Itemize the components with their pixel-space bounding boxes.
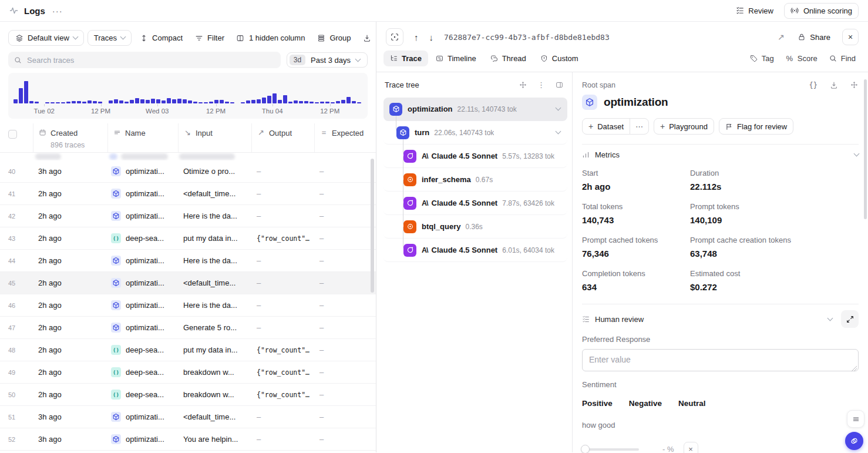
human-review-section: Human review Preferred Response Sentimen… <box>582 304 859 453</box>
function-icon: () <box>111 233 121 243</box>
mode-selector[interactable]: Traces <box>88 30 132 46</box>
tag-button[interactable]: Tag <box>745 51 779 66</box>
tab-custom[interactable]: Custom <box>534 51 585 66</box>
next-trace-button[interactable]: ↓ <box>429 32 434 42</box>
download-icon[interactable] <box>829 80 838 89</box>
span-name: optimization <box>408 105 453 113</box>
trace-tree-node[interactable]: optimization22.11s, 140743 tok <box>383 98 567 121</box>
compact-button[interactable]: Compact <box>135 31 187 45</box>
export-button[interactable] <box>359 31 376 45</box>
name-text: optimizati... <box>126 323 164 332</box>
column-header-expected[interactable]: = Expected <box>314 123 376 152</box>
column-header-created[interactable]: Created 896 traces <box>33 123 107 152</box>
table-scrollbar[interactable] <box>371 159 374 293</box>
tab-thread[interactable]: Thread <box>484 51 533 66</box>
trace-tree-node[interactable]: A\Claude 4.5 Sonnet7.87s, 63426 tok <box>383 192 567 215</box>
table-row[interactable]: 452h agooptimizati...<default_time...–– <box>0 272 376 294</box>
name-cell: optimizati... <box>107 300 178 310</box>
name-text: optimizati... <box>126 212 164 220</box>
row-number: 45 <box>0 280 33 287</box>
trace-tree-node[interactable]: A\Claude 4.5 Sonnet6.01s, 64034 tok <box>383 239 567 262</box>
column-header-name[interactable]: Name <box>107 123 178 152</box>
search-input[interactable] <box>27 56 275 65</box>
top-bar: Logs ··· Review Online scoring <box>0 0 868 22</box>
select-all-checkbox[interactable] <box>8 130 17 139</box>
histogram-bar <box>331 102 335 103</box>
add-to-playground-button[interactable]: + Playground <box>654 118 714 135</box>
table-row[interactable]: 482h ago()deep-sea...put my data in...{"… <box>0 339 376 361</box>
table-row[interactable]: 472h agooptimizati...Generate 5 ro...–– <box>0 317 376 339</box>
table-row[interactable]: 502h ago()deep-sea...breakdown w...{"row… <box>0 384 376 406</box>
prev-trace-button[interactable]: ↑ <box>414 32 419 42</box>
name-text: optimizati... <box>126 435 164 444</box>
collapse-metrics-chevron[interactable] <box>854 151 860 157</box>
anthropic-logo-icon: A\ <box>422 246 428 254</box>
json-view-icon[interactable]: {} <box>809 81 817 89</box>
hidden-column-button[interactable]: 1 hidden column <box>232 31 309 45</box>
table-row[interactable]: 432h ago()deep-sea...put my data in...{"… <box>0 227 376 250</box>
column-header-input[interactable]: ↘ Input <box>178 123 251 152</box>
table-row[interactable]: 513h agooptimizati...<default_time...–– <box>0 406 376 428</box>
dataset-more-button[interactable]: ⋯ <box>630 119 648 134</box>
preferred-response-input[interactable] <box>582 349 859 371</box>
focus-span-button[interactable] <box>386 28 403 46</box>
collapse-review-chevron[interactable] <box>827 315 833 321</box>
close-button[interactable]: × <box>842 29 859 45</box>
chevron-down-icon[interactable] <box>556 105 561 111</box>
resize-grip[interactable] <box>852 366 857 371</box>
trace-histogram[interactable]: Tue 0212 PMWed 0312 PMThu 0412 PM <box>8 73 368 119</box>
view-selector[interactable]: Default view <box>8 30 84 46</box>
table-row[interactable]: 442h agooptimizati...Here is the da...–– <box>0 250 376 272</box>
assistant-button[interactable] <box>845 432 863 450</box>
open-external-icon[interactable]: ↗ <box>776 33 785 42</box>
axis-tick <box>44 104 45 106</box>
row-number: 42 <box>0 213 33 220</box>
table-row[interactable]: 523h agooptimizati...You are helpin...–– <box>0 428 376 451</box>
kebab-menu-icon[interactable]: ⋮ <box>537 80 546 89</box>
group-button[interactable]: Group <box>312 31 355 45</box>
share-button[interactable]: Share <box>791 30 836 45</box>
histogram-bar <box>29 101 33 103</box>
input-cell: put my data in... <box>178 234 251 243</box>
more-menu-button[interactable]: ··· <box>52 6 63 16</box>
floating-menu-button[interactable] <box>847 410 864 428</box>
slider-thumb[interactable] <box>581 445 590 453</box>
sentiment-positive-button[interactable]: Positive <box>582 399 613 408</box>
trace-tree-node[interactable]: infer_schema0.67s <box>383 168 567 192</box>
filter-button[interactable]: Filter <box>190 31 228 45</box>
chevron-down-icon <box>72 34 78 40</box>
date-range-selector[interactable]: 3d Past 3 days <box>287 52 368 68</box>
chevron-down-icon[interactable] <box>556 129 561 135</box>
move-icon[interactable] <box>850 80 859 89</box>
find-button[interactable]: Find <box>824 51 861 66</box>
tab-trace[interactable]: Trace <box>383 51 428 66</box>
trace-tree-node[interactable]: turn22.06s, 140743 tok <box>383 121 567 145</box>
sentiment-neutral-button[interactable]: Neutral <box>678 399 706 408</box>
table-row[interactable]: 422h agooptimizati...Here is the da...–– <box>0 205 376 227</box>
score-button[interactable]: % Score <box>780 51 823 66</box>
move-icon[interactable] <box>519 80 527 89</box>
expand-review-button[interactable] <box>841 310 859 328</box>
checklist-icon <box>582 316 590 323</box>
search-box[interactable] <box>8 52 281 68</box>
online-scoring-button[interactable]: Online scoring <box>784 3 859 19</box>
table-row[interactable]: 462h agooptimizati...Here is the da...–– <box>0 294 376 317</box>
review-button[interactable]: Review <box>729 4 779 18</box>
panel-toggle-icon[interactable] <box>555 80 564 89</box>
trace-tree-node[interactable]: A\Claude 4.5 Sonnet5.57s, 13283 tok <box>383 145 567 168</box>
tab-timeline[interactable]: Timeline <box>429 51 483 66</box>
detail-scrollbar[interactable] <box>864 79 867 219</box>
column-header-output[interactable]: ↗ Output <box>251 123 314 152</box>
table-row[interactable]: 403h agooptimizati...Otimize o pro...–– <box>0 160 376 183</box>
trace-tree-node[interactable]: btql_query0.36s <box>383 215 567 239</box>
name-cell: ()deep-sea... <box>107 367 178 377</box>
clear-score-button[interactable]: × <box>684 442 698 453</box>
sentiment-negative-button[interactable]: Negative <box>629 399 662 408</box>
add-to-dataset-button[interactable]: + Dataset <box>583 119 630 134</box>
table-row[interactable]: 492h ago()deep-sea...breakdown w...{"row… <box>0 361 376 384</box>
table-row[interactable]: 412h agooptimizati...<default_time...–– <box>0 183 376 205</box>
flag-icon <box>725 123 733 130</box>
metric: Completion tokens634 <box>582 269 690 292</box>
score-slider[interactable] <box>582 448 639 451</box>
flag-for-review-button[interactable]: Flag for review <box>719 118 793 135</box>
